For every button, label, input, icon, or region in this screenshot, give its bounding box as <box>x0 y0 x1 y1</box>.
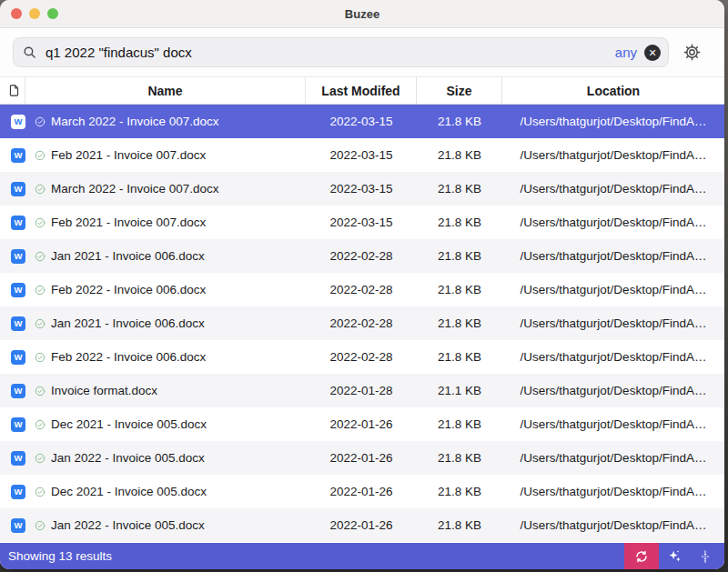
close-window-button[interactable] <box>11 8 22 19</box>
last-modified: 2022-03-15 <box>306 148 417 162</box>
file-name-cell: March 2022 - Invoice 007.docx <box>25 115 306 128</box>
column-header-last-modified[interactable]: Last Modifed <box>306 77 417 104</box>
file-name: Jan 2021 - Invoice 006.docx <box>51 249 205 263</box>
last-modified: 2022-01-26 <box>306 485 417 498</box>
word-file-icon: W <box>11 316 25 331</box>
table-row[interactable]: W Dec 2021 - Invoice 005.docx 2022-01-26… <box>0 407 724 441</box>
file-type-cell: W <box>0 273 25 306</box>
file-location: /Users/thatgurjot/Desktop/FindA… <box>502 451 724 465</box>
file-location: /Users/thatgurjot/Desktop/FindA… <box>502 384 724 397</box>
indexed-check-icon <box>35 285 46 296</box>
word-file-icon: W <box>11 216 25 230</box>
last-modified: 2022-01-26 <box>306 451 417 465</box>
file-name-cell: Dec 2021 - Invoice 005.docx <box>25 485 306 498</box>
file-name-cell: Invoice format.docx <box>25 384 306 397</box>
file-location: /Users/thatgurjot/Desktop/FindA… <box>502 182 724 196</box>
file-type-cell: W <box>0 374 25 407</box>
scroll-collapse-button[interactable] <box>690 543 721 569</box>
file-size: 21.8 KB <box>417 485 502 498</box>
file-name-cell: Jan 2022 - Invoice 005.docx <box>25 451 306 465</box>
file-name: March 2022 - Invoice 007.docx <box>51 182 219 196</box>
file-location: /Users/thatgurjot/Desktop/FindA… <box>502 148 724 162</box>
file-location: /Users/thatgurjot/Desktop/FindA… <box>502 316 724 330</box>
refresh-button[interactable] <box>624 543 659 569</box>
settings-button[interactable] <box>682 43 702 63</box>
last-modified: 2022-03-15 <box>306 182 417 196</box>
ai-assistant-button[interactable] <box>659 543 690 569</box>
file-name: Jan 2022 - Invoice 005.docx <box>51 451 205 465</box>
indexed-check-icon <box>35 386 46 396</box>
table-row[interactable]: W Dec 2021 - Invoice 005.docx 2022-01-26… <box>0 475 724 508</box>
last-modified: 2022-03-15 <box>306 115 417 128</box>
file-name: Jan 2022 - Invoice 005.docx <box>51 518 205 532</box>
table-row[interactable]: W Feb 2021 - Invoice 007.docx 2022-03-15… <box>0 206 724 239</box>
search-input[interactable] <box>44 44 615 61</box>
file-type-column-header[interactable] <box>0 77 25 104</box>
table-row[interactable]: W March 2022 - Invoice 007.docx 2022-03-… <box>0 105 724 138</box>
file-location: /Users/thatgurjot/Desktop/FindA… <box>502 216 724 229</box>
file-size: 21.8 KB <box>417 350 502 364</box>
file-size: 21.8 KB <box>417 451 502 465</box>
minimize-window-button[interactable] <box>29 8 40 19</box>
file-name: Feb 2021 - Invoice 007.docx <box>51 148 206 162</box>
search-icon <box>22 45 37 60</box>
gear-icon <box>682 43 702 62</box>
table-row[interactable]: W Feb 2021 - Invoice 007.docx 2022-03-15… <box>0 138 724 172</box>
column-header-name[interactable]: Name <box>25 77 306 104</box>
file-location: /Users/thatgurjot/Desktop/FindA… <box>502 518 724 532</box>
clear-search-icon[interactable]: ✕ <box>644 45 661 61</box>
file-type-cell: W <box>0 138 25 172</box>
table-row[interactable]: W Jan 2022 - Invoice 005.docx 2022-01-26… <box>0 508 724 542</box>
sparkles-icon <box>667 548 682 564</box>
indexed-check-icon <box>35 520 46 531</box>
word-file-icon: W <box>11 451 25 466</box>
last-modified: 2022-01-28 <box>306 384 417 397</box>
file-name-cell: March 2022 - Invoice 007.docx <box>25 182 306 196</box>
zoom-window-button[interactable] <box>47 8 58 19</box>
last-modified: 2022-02-28 <box>306 249 417 263</box>
file-name-cell: Feb 2021 - Invoice 007.docx <box>25 216 306 229</box>
table-row[interactable]: W March 2022 - Invoice 007.docx 2022-03-… <box>0 172 724 206</box>
word-file-icon: W <box>11 518 25 533</box>
file-name: March 2022 - Invoice 007.docx <box>51 115 219 128</box>
file-size: 21.8 KB <box>417 115 502 128</box>
file-location: /Users/thatgurjot/Desktop/FindA… <box>502 485 724 498</box>
file-type-cell: W <box>0 172 25 206</box>
table-row[interactable]: W Jan 2021 - Invoice 006.docx 2022-02-28… <box>0 239 724 273</box>
search-filter-chip[interactable]: any <box>615 45 637 60</box>
last-modified: 2022-01-26 <box>306 417 417 431</box>
results-count-text: Showing 13 results <box>0 549 624 563</box>
file-type-cell: W <box>0 105 25 138</box>
table-row[interactable]: W Jan 2022 - Invoice 005.docx 2022-01-26… <box>0 441 724 475</box>
desktop-background: Buzee any ✕ <box>0 0 728 572</box>
last-modified: 2022-01-26 <box>306 518 417 532</box>
file-location: /Users/thatgurjot/Desktop/FindA… <box>502 417 724 431</box>
table-row[interactable]: W Feb 2022 - Invoice 006.docx 2022-02-28… <box>0 273 724 306</box>
results-table-body: W March 2022 - Invoice 007.docx 2022-03-… <box>0 105 724 543</box>
file-location: /Users/thatgurjot/Desktop/FindA… <box>502 249 724 263</box>
table-row[interactable]: W Feb 2022 - Invoice 006.docx 2022-02-28… <box>0 340 724 374</box>
file-name-cell: Dec 2021 - Invoice 005.docx <box>25 417 306 431</box>
file-size: 21.8 KB <box>417 249 502 263</box>
indexed-check-icon <box>35 352 46 363</box>
file-name: Feb 2022 - Invoice 006.docx <box>51 283 206 296</box>
column-header-size[interactable]: Size <box>417 77 502 104</box>
last-modified: 2022-02-28 <box>306 316 417 330</box>
table-row[interactable]: W Jan 2021 - Invoice 006.docx 2022-02-28… <box>0 306 724 340</box>
file-size: 21.8 KB <box>417 283 502 296</box>
file-name: Feb 2021 - Invoice 007.docx <box>51 216 206 229</box>
table-row[interactable]: W Invoice format.docx 2022-01-28 21.1 KB… <box>0 374 724 407</box>
column-header-location[interactable]: Location <box>502 77 724 104</box>
search-box[interactable]: any ✕ <box>13 37 669 67</box>
indexed-check-icon <box>35 487 46 497</box>
file-type-cell: W <box>0 508 25 542</box>
file-location: /Users/thatgurjot/Desktop/FindA… <box>502 115 724 128</box>
file-size: 21.8 KB <box>417 216 502 229</box>
word-file-icon: W <box>11 384 25 398</box>
results-table-header: Name Last Modifed Size Location <box>0 76 724 105</box>
indexed-check-icon <box>35 184 46 195</box>
file-type-cell: W <box>0 475 25 508</box>
file-name-cell: Feb 2022 - Invoice 006.docx <box>25 283 306 296</box>
file-type-cell: W <box>0 306 25 340</box>
file-type-cell: W <box>0 407 25 441</box>
